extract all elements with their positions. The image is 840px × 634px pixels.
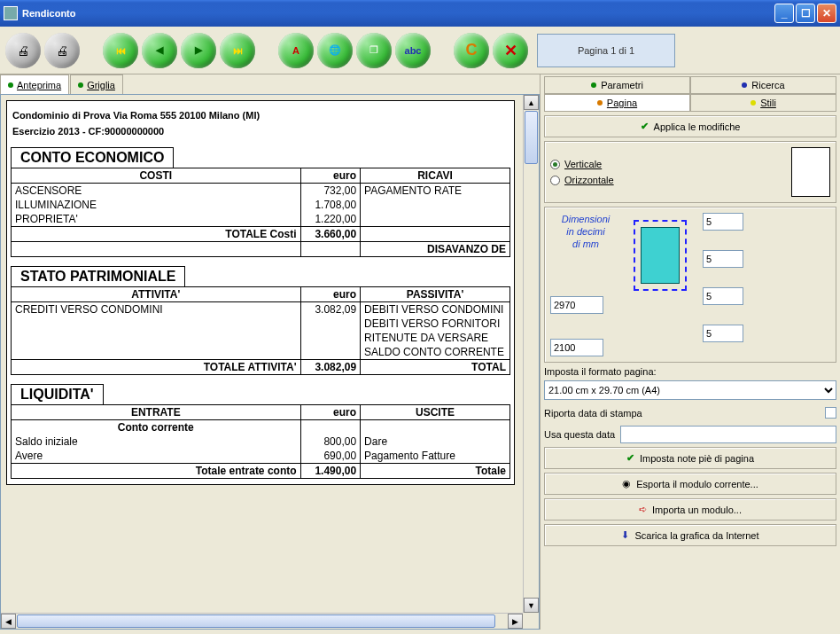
tab-parametri-label: Parametri <box>601 80 643 90</box>
radio-orizzontale[interactable]: Orizzontale <box>550 175 786 185</box>
tot-label: TOTALE Costi <box>12 227 301 242</box>
printer-one-icon: 🖨 <box>56 43 68 58</box>
prev-page-button[interactable]: ◀ <box>142 33 177 68</box>
dot-icon <box>78 82 83 88</box>
cell <box>300 242 361 257</box>
horizontal-scrollbar[interactable]: ◀ ▶ <box>1 613 523 629</box>
verticale-label: Verticale <box>564 159 602 169</box>
usa-data-input[interactable] <box>620 426 836 443</box>
cell: 690,00 <box>300 449 361 464</box>
first-page-button[interactable]: ⏮ <box>103 33 138 68</box>
tab-ricerca[interactable]: Ricerca <box>690 76 836 94</box>
dot-icon <box>597 100 603 106</box>
cell: 732,00 <box>300 184 361 199</box>
cell <box>12 317 301 331</box>
cell: RITENUTE DA VERSARE <box>361 331 510 345</box>
tot-right: TOTAL <box>361 360 510 375</box>
right-tabs: Parametri Ricerca Pagina Stili <box>544 76 836 112</box>
cell: 1.220,00 <box>300 212 361 227</box>
orientation-frame: Verticale Orizzontale <box>544 141 836 203</box>
radio-icon <box>550 176 560 185</box>
email-button[interactable]: 🌐 <box>317 33 353 68</box>
section-stato-patrimoniale: STATO PATRIMONIALE <box>11 266 185 287</box>
scroll-up-button[interactable]: ▲ <box>524 95 539 110</box>
import-icon: ➪ <box>639 504 647 515</box>
input-margin-bottom[interactable] <box>703 287 743 305</box>
scroll-down-button[interactable]: ▼ <box>524 598 539 613</box>
cell <box>361 227 510 242</box>
tot-val: 3.660,00 <box>300 227 361 242</box>
cell: Saldo iniziale <box>12 434 301 449</box>
formato-select[interactable]: 21.00 cm x 29.70 cm (A4) <box>544 380 836 400</box>
input-height[interactable] <box>550 296 603 314</box>
note-pie-button[interactable]: ✔Imposta note piè di pagina <box>544 447 836 469</box>
first-icon: ⏮ <box>116 45 126 56</box>
maximize-button[interactable]: ☐ <box>796 4 815 23</box>
formato-label: Imposta il formato pagina: <box>544 366 836 377</box>
minimize-button[interactable]: _ <box>774 4 794 23</box>
riporta-checkbox[interactable] <box>825 407 836 419</box>
cell: Avere <box>12 449 301 464</box>
cell <box>361 198 510 212</box>
input-margin-top[interactable] <box>703 213 743 231</box>
cell: ASCENSORE <box>12 184 301 199</box>
col-costi: COSTI <box>12 168 301 184</box>
cell: PROPRIETA' <box>12 212 301 227</box>
cell: 800,00 <box>300 434 361 449</box>
orientation-preview <box>791 147 830 197</box>
doc-header-2: Esercizio 2013 - CF:90000000000 <box>11 124 510 138</box>
applica-button[interactable]: ✔Applica le modifiche <box>544 115 836 137</box>
cell <box>12 242 301 257</box>
radio-icon <box>550 160 560 169</box>
print-button[interactable]: 🖨 <box>5 33 41 68</box>
scroll-left-button[interactable]: ◀ <box>1 614 16 629</box>
page-preview: Condominio di Prova Via Roma 555 20100 M… <box>6 100 515 485</box>
vscroll-thumb[interactable] <box>525 111 538 164</box>
tab-pagina[interactable]: Pagina <box>544 94 690 112</box>
scroll-right-button[interactable]: ▶ <box>508 614 523 629</box>
refresh-button[interactable]: C <box>454 33 489 68</box>
close-button[interactable]: ✕ <box>817 4 836 23</box>
tab-griglia-label: Griglia <box>87 80 115 90</box>
tot-right: Totale <box>361 464 510 479</box>
tab-parametri[interactable]: Parametri <box>544 76 690 94</box>
disavanzo: DISAVANZO DE <box>361 242 510 257</box>
esporta-button[interactable]: ◉Esporta il modulo corrente... <box>544 473 836 495</box>
pdf-icon: A <box>292 45 299 56</box>
copy-button[interactable]: ❐ <box>356 33 392 68</box>
app-icon <box>4 6 18 20</box>
tab-anteprima[interactable]: Anteprima <box>0 74 69 94</box>
delete-button[interactable]: ✕ <box>493 33 528 68</box>
tot-label: TOTALE ATTIVITA' <box>12 360 301 375</box>
dim-label: Dimensioni in decimi di mm <box>550 213 621 250</box>
input-margin-left[interactable] <box>703 325 743 342</box>
radio-verticale[interactable]: Verticale <box>550 159 786 169</box>
cell: DEBITI VERSO FORNITORI <box>361 317 510 331</box>
col-euro: euro <box>300 287 361 302</box>
vertical-scrollbar[interactable]: ▲ ▼ <box>523 95 539 613</box>
input-width[interactable] <box>550 339 603 356</box>
check-icon: ✔ <box>641 121 649 132</box>
cell: 1.708,00 <box>300 198 361 212</box>
text-button[interactable]: abc <box>395 33 431 68</box>
cell: 3.082,09 <box>300 302 361 317</box>
pdf-button[interactable]: A <box>278 33 314 68</box>
importa-button[interactable]: ➪Importa un modulo... <box>544 498 836 521</box>
conto-corrente-label: Conto corrente <box>12 420 301 435</box>
last-page-button[interactable]: ⏭ <box>220 33 255 68</box>
cell: ILLUMINAZIONE <box>12 198 301 212</box>
section-conto-economico: CONTO ECONOMICO <box>11 147 174 168</box>
abc-icon: abc <box>405 45 422 56</box>
print-single-button[interactable]: 🖨 <box>44 33 80 68</box>
hscroll-thumb[interactable] <box>17 614 495 628</box>
dimensions-frame: Dimensioni in decimi di mm <box>544 207 836 363</box>
tab-stili[interactable]: Stili <box>690 94 836 112</box>
tot-val: 1.490,00 <box>300 464 361 479</box>
input-margin-right[interactable] <box>703 250 743 268</box>
tab-griglia[interactable]: Griglia <box>70 74 123 94</box>
dot-icon <box>742 82 747 88</box>
cell <box>300 420 361 435</box>
scarica-button[interactable]: ⬇Scarica la grafica da Internet <box>544 524 836 546</box>
next-page-button[interactable]: ▶ <box>181 33 216 68</box>
page-diagram <box>626 213 697 301</box>
